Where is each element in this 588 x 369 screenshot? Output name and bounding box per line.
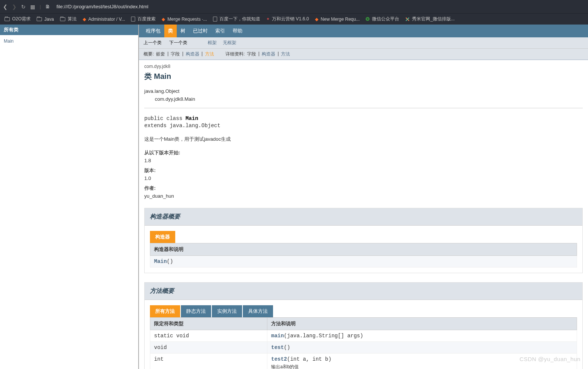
inheritance-tree: java.lang.Object com.dyy.jdk8.Main <box>144 88 583 103</box>
nav-item[interactable]: 程序包 <box>142 25 164 37</box>
page-icon <box>213 17 217 22</box>
method-modifier: static void <box>150 330 267 341</box>
url-text[interactable]: file:///D:/program/test/testJ8/out/index… <box>56 4 148 9</box>
bookmark-label: Java <box>44 17 54 22</box>
folder-icon <box>37 17 42 21</box>
bookmark-label: 百度搜索 <box>137 16 156 22</box>
constructor-summary-section: 构造器概要 构造器 构造器和说明 Main() <box>144 208 583 273</box>
table-row: voidtest() <box>150 341 577 353</box>
bookmark-label: 万和云营销 V1.6.0 <box>272 16 309 22</box>
sub-nav: 上一个类 下一个类 框架 无框架 <box>139 37 588 49</box>
bookmark-item[interactable]: ◆New Merge Requ... <box>315 17 360 22</box>
package-name: com.dyy.jdk8 <box>144 64 583 69</box>
method-tab[interactable]: 具体方法 <box>243 305 273 317</box>
class-title: 类 Main <box>144 71 583 81</box>
nav-item[interactable]: 帮助 <box>229 25 246 37</box>
method-link[interactable]: test <box>271 344 284 351</box>
bookmark-item[interactable]: 秀米官网_微信排版... <box>405 16 455 22</box>
method-signature: main(java.lang.String[] args) <box>267 330 577 341</box>
current-class: com.dyy.jdk8.Main <box>155 95 583 103</box>
folder-icon <box>60 17 65 21</box>
method-signature: test2(int a, int b)输出a和b的值 <box>267 353 577 369</box>
method-tab[interactable]: 所有方法 <box>150 305 180 317</box>
version-label: 版本: <box>144 167 583 174</box>
bookmark-label: 算法 <box>68 16 77 22</box>
back-button[interactable]: ❮ <box>3 4 8 10</box>
method-col2-header: 方法和说明 <box>267 317 577 330</box>
xiumi-icon <box>405 17 410 22</box>
bookmark-item[interactable]: ◆Administrator / V... <box>83 17 125 22</box>
class-link-main[interactable]: Main <box>4 38 14 44</box>
wechat-icon: ❂ <box>366 16 370 22</box>
bookmark-item[interactable]: ✦万和云营销 V1.6.0 <box>266 16 309 22</box>
subnav-item[interactable]: 构造器 <box>186 51 199 57</box>
bookmark-item[interactable]: 百度一下，你就知道 <box>213 16 260 22</box>
constructor-tab[interactable]: 构造器 <box>150 231 175 243</box>
nav-item[interactable]: 索引 <box>211 25 229 37</box>
method-link[interactable]: test2 <box>271 356 287 362</box>
bookmark-label: 微信公众平台 <box>372 16 399 22</box>
page-icon <box>131 17 135 22</box>
folder-icon <box>5 17 10 21</box>
table-row: inttest2(int a, int b)输出a和b的值 <box>150 353 577 369</box>
bookmark-item[interactable]: 百度搜索 <box>131 16 156 22</box>
nav-item[interactable]: 已过时 <box>189 25 211 37</box>
subnav-item: 嵌套 <box>156 51 165 57</box>
constructor-table: 构造器和说明 Main() <box>150 243 577 268</box>
next-class: 下一个类 <box>169 40 187 46</box>
method-modifier: void <box>150 341 267 353</box>
grid-icon[interactable]: ▦ <box>30 4 35 10</box>
bookmark-item[interactable]: Java <box>37 17 54 22</box>
gitlab-icon: ◆ <box>162 17 165 22</box>
page-icon: 🗎 <box>45 4 50 9</box>
class-declaration: public class Main extends java.lang.Obje… <box>144 115 583 130</box>
author-label: 作者: <box>144 185 583 192</box>
class-frame: 程序包类树已过时索引帮助 上一个类 下一个类 框架 无框架 概要: 嵌套 | 字… <box>139 25 588 369</box>
table-row: static voidmain(java.lang.String[] args) <box>150 330 577 341</box>
browser-address-bar: ❮ ❯ ↻ ▦ | 🗎 file:///D:/program/test/test… <box>0 0 588 13</box>
sub-nav-detail: 概要: 嵌套 | 字段 | 构造器 | 方法 详细资料: 字段 | 构造器 | … <box>139 49 588 60</box>
prev-class: 上一个类 <box>144 40 162 46</box>
bookmarks-bar: O2O需求Java算法◆Administrator / V...百度搜索◆Mer… <box>0 13 588 25</box>
bookmark-label: Administrator / V... <box>88 17 125 22</box>
app-icon: ✦ <box>266 17 270 22</box>
subnav-label: 详细资料: <box>225 51 245 57</box>
method-tab[interactable]: 静态方法 <box>181 305 211 317</box>
method-link[interactable]: main <box>271 333 284 339</box>
version-value: 1.0 <box>144 175 583 181</box>
constructor-link[interactable]: Main <box>154 258 167 264</box>
all-classes-frame: 所有类 Main <box>0 25 139 369</box>
refresh-button[interactable]: ↻ <box>21 4 26 10</box>
author-value: yu_duan_hun <box>144 193 583 199</box>
no-frames-link[interactable]: 无框架 <box>223 40 236 46</box>
bookmark-item[interactable]: 算法 <box>60 16 77 22</box>
frames-link[interactable]: 框架 <box>208 40 217 46</box>
method-col1-header: 限定符和类型 <box>150 317 267 330</box>
subnav-item[interactable]: 方法 <box>205 51 214 57</box>
constructor-summary-header: 构造器概要 <box>145 208 582 226</box>
bookmark-item[interactable]: O2O需求 <box>5 16 31 22</box>
subnav-item[interactable]: 构造器 <box>262 51 275 57</box>
parent-class: java.lang.Object <box>144 88 583 95</box>
bookmark-label: Merge Requests ·... <box>167 17 207 22</box>
method-summary-header: 方法概要 <box>145 283 582 300</box>
nav-item[interactable]: 树 <box>177 25 189 37</box>
gitlab-icon: ◆ <box>83 17 86 22</box>
nav-item[interactable]: 类 <box>164 25 177 37</box>
method-summary-section: 方法概要 所有方法静态方法实例方法具体方法 限定符和类型 方法和说明 stati… <box>144 282 583 369</box>
method-tab[interactable]: 实例方法 <box>212 305 242 317</box>
bookmark-label: O2O需求 <box>12 16 31 22</box>
top-nav: 程序包类树已过时索引帮助 <box>139 25 588 37</box>
bookmark-label: 秀米官网_微信排版... <box>412 16 455 22</box>
bookmark-item[interactable]: ◆Merge Requests ·... <box>162 17 207 22</box>
bookmark-item[interactable]: ❂微信公众平台 <box>366 16 399 22</box>
class-description: 这是一个Main类，用于测试javadoc生成 <box>144 136 583 143</box>
method-modifier: int <box>150 353 267 369</box>
method-signature: test() <box>267 341 577 353</box>
all-classes-header: 所有类 <box>0 25 138 35</box>
subnav-item: 字段 <box>171 51 180 57</box>
constructor-col-header: 构造器和说明 <box>150 243 577 255</box>
subnav-item[interactable]: 方法 <box>281 51 290 57</box>
forward-button[interactable]: ❯ <box>12 4 17 10</box>
bookmark-label: New Merge Requ... <box>321 17 360 22</box>
